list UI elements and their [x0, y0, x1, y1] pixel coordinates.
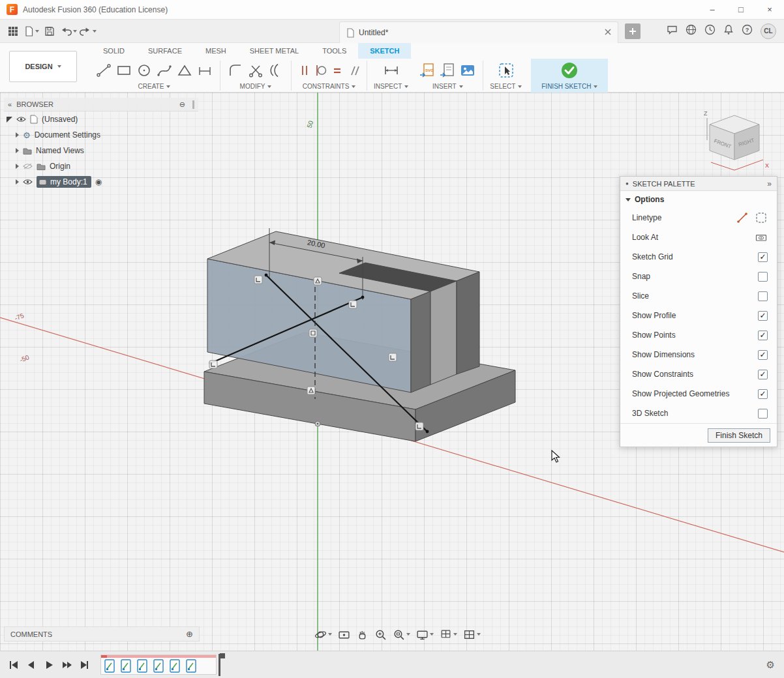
timeline-sketch-feature[interactable]: [186, 659, 196, 673]
collapse-all-icon[interactable]: ⊖: [179, 100, 185, 109]
look-at-button[interactable]: [338, 628, 350, 641]
constraint-icon[interactable]: [349, 301, 357, 308]
expand-arrow-icon[interactable]: [16, 148, 19, 153]
browser-item-root[interactable]: (Unsaved): [4, 111, 198, 127]
spline-tool-icon[interactable]: [156, 62, 173, 79]
sketch-linetype-icon[interactable]: [736, 211, 749, 224]
show-points-checkbox[interactable]: ✓: [758, 331, 768, 340]
tab-surface[interactable]: SURFACE: [136, 43, 194, 59]
polygon-tool-icon[interactable]: [176, 62, 193, 79]
select-tool-icon[interactable]: [498, 62, 515, 79]
timeline-play-button[interactable]: [42, 658, 56, 672]
selected-body-row[interactable]: my Body:1: [37, 176, 91, 188]
timeline-step-forward-button[interactable]: [59, 658, 74, 672]
insert-dxf-icon[interactable]: [439, 62, 456, 79]
show-dimensions-checkbox[interactable]: ✓: [758, 350, 768, 360]
expand-arrow-icon[interactable]: [16, 164, 19, 169]
timeline-sketch-feature[interactable]: [153, 659, 164, 673]
timeline-position-marker[interactable]: [219, 654, 220, 676]
viewport-canvas[interactable]: 50 -75 -50: [0, 93, 784, 651]
tab-sheet-metal[interactable]: SHEET METAL: [238, 43, 310, 59]
help-globe-button[interactable]: [686, 24, 697, 38]
timeline-sketch-feature[interactable]: [121, 659, 131, 673]
3d-sketch-checkbox[interactable]: [758, 409, 768, 419]
timeline-go-to-start-button[interactable]: [7, 658, 21, 672]
select-menu[interactable]: SELECT: [490, 83, 522, 90]
modify-menu[interactable]: MODIFY: [240, 83, 272, 90]
comments-bar[interactable]: COMMENTS ⊕: [4, 626, 200, 641]
model-slot-inner-face[interactable]: [430, 281, 457, 385]
equal-constraint-icon[interactable]: [331, 64, 344, 77]
comments-bubble-button[interactable]: [667, 25, 678, 38]
user-avatar[interactable]: CL: [761, 23, 776, 39]
constraints-menu[interactable]: CONSTRAINTS: [303, 83, 356, 90]
tab-solid[interactable]: SOLID: [91, 43, 136, 59]
sketch-grid-checkbox[interactable]: ✓: [758, 252, 768, 262]
fillet-tool-icon[interactable]: [227, 62, 244, 79]
browser-item-origin[interactable]: Origin: [4, 158, 198, 174]
timeline-rollback-bar[interactable]: [101, 655, 216, 658]
timeline-sketch-feature[interactable]: [170, 659, 180, 673]
timeline-step-back-button[interactable]: [24, 658, 38, 672]
browser-scrollbar[interactable]: [192, 100, 194, 109]
view-cube[interactable]: Z X FRONT RIGHT: [691, 108, 776, 179]
timeline-track[interactable]: [100, 655, 217, 675]
timeline-settings-gear-icon[interactable]: ⚙: [766, 659, 784, 671]
sketch-point[interactable]: [426, 430, 429, 434]
constraint-icon[interactable]: [254, 276, 262, 284]
timeline-sketch-feature[interactable]: [137, 659, 147, 673]
tab-sketch[interactable]: SKETCH: [358, 43, 411, 59]
offset-tool-icon[interactable]: [267, 62, 284, 79]
constraint-icon[interactable]: [389, 353, 397, 361]
insert-image-icon[interactable]: [459, 62, 476, 79]
expand-arrow-icon[interactable]: [16, 132, 19, 138]
browser-item-named-views[interactable]: Named Views: [4, 143, 198, 158]
show-projected-checkbox[interactable]: ✓: [758, 389, 768, 399]
sketch-point[interactable]: [361, 296, 365, 299]
zoom-button[interactable]: [374, 628, 387, 641]
sketch-palette-header[interactable]: ● SKETCH PALETTE »: [620, 177, 777, 191]
workspace-selector[interactable]: DESIGN: [9, 51, 77, 82]
collapse-panel-icon[interactable]: «: [8, 100, 12, 108]
add-comment-icon[interactable]: ⊕: [186, 629, 193, 639]
snap-checkbox[interactable]: [758, 272, 768, 282]
close-button[interactable]: ×: [755, 0, 784, 19]
slice-checkbox[interactable]: [758, 291, 768, 301]
tangent-constraint-icon[interactable]: [314, 64, 327, 77]
timeline-sketch-feature[interactable]: [104, 659, 115, 673]
tab-tools[interactable]: TOOLS: [310, 43, 358, 59]
browser-item-body[interactable]: my Body:1 ◉: [4, 174, 198, 190]
vertical-constraint-icon[interactable]: [298, 64, 311, 77]
new-tab-button[interactable]: [625, 23, 641, 39]
constraint-icon[interactable]: [415, 422, 423, 430]
options-section-header[interactable]: Options: [620, 191, 777, 208]
finish-sketch-check-icon[interactable]: [560, 61, 579, 80]
fit-button[interactable]: [393, 628, 410, 641]
sketch-point[interactable]: [265, 274, 268, 277]
rectangle-tool-icon[interactable]: [115, 62, 132, 79]
display-settings-button[interactable]: [416, 628, 434, 641]
constraint-icon[interactable]: [314, 277, 322, 285]
notifications-button[interactable]: [723, 24, 734, 38]
eye-icon[interactable]: [16, 116, 26, 123]
dimension-tool-icon[interactable]: [196, 62, 213, 79]
line-tool-icon[interactable]: [95, 62, 112, 79]
palette-expand-icon[interactable]: »: [767, 179, 772, 188]
model-face-wall-right-back[interactable]: [457, 272, 479, 374]
document-tab[interactable]: Untitled*: [339, 22, 618, 43]
construction-linetype-icon[interactable]: [755, 211, 768, 224]
redo-button[interactable]: [80, 23, 97, 40]
maximize-button[interactable]: □: [727, 0, 755, 19]
job-status-button[interactable]: [704, 24, 716, 38]
parallel-constraint-icon[interactable]: [347, 64, 360, 77]
measure-tool-icon[interactable]: [383, 62, 400, 79]
finish-sketch-button[interactable]: Finish Sketch: [708, 428, 770, 443]
create-menu[interactable]: CREATE: [138, 83, 171, 90]
insert-svg-icon[interactable]: SVG: [419, 62, 436, 79]
minimize-button[interactable]: –: [698, 0, 727, 19]
timeline-go-to-end-button[interactable]: [77, 658, 91, 672]
show-constraints-checkbox[interactable]: ✓: [758, 370, 768, 379]
inspect-menu[interactable]: INSPECT: [374, 83, 408, 90]
finish-sketch-button[interactable]: FINISH SKETCH: [541, 83, 597, 90]
viewports-button[interactable]: [463, 628, 481, 641]
